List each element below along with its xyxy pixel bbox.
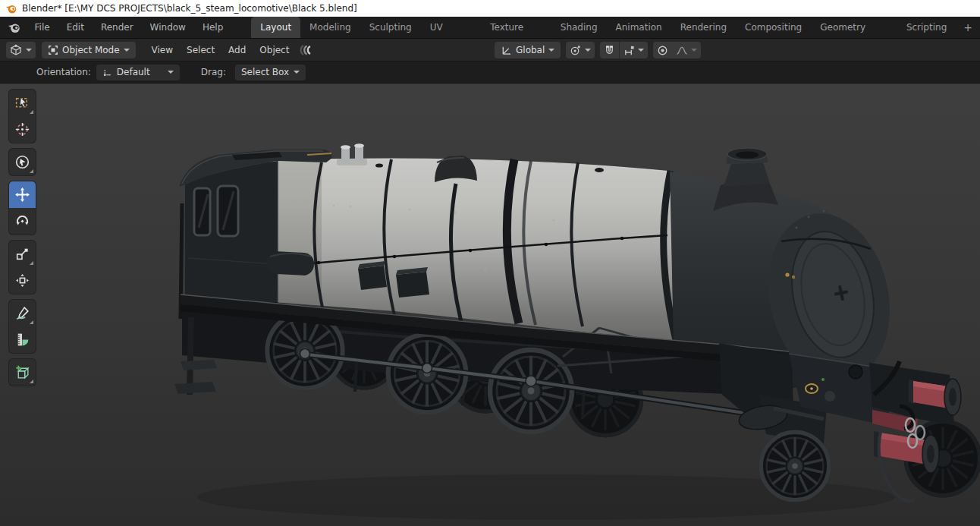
tab-sculpting[interactable]: Sculpting [360, 17, 421, 38]
proportional-falloff-dropdown[interactable] [672, 42, 701, 58]
transform-orientation-dropdown[interactable]: Global [495, 42, 561, 58]
chevron-down-icon [26, 49, 32, 52]
transform-icon [14, 272, 30, 288]
editor-3d-viewport-icon [10, 44, 22, 56]
window-titlebar: Blender* [E:\MY DCS PROJECTS\black_5_ste… [0, 0, 980, 17]
proportional-editing-toggle[interactable] [653, 42, 672, 58]
blender-logo-icon [5, 3, 17, 14]
select-box-icon [14, 95, 30, 111]
orientation-default-icon [102, 68, 112, 77]
tool-move[interactable] [9, 181, 36, 208]
menu-edit[interactable]: Edit [58, 17, 93, 38]
tool-select-circle[interactable] [9, 149, 36, 175]
tab-compositing[interactable]: Compositing [736, 17, 811, 38]
drag-label: Drag: [201, 67, 226, 77]
move-icon [14, 187, 30, 203]
chevron-down-icon [638, 49, 644, 52]
tab-geometry-nodes[interactable]: Geometry Nodes [811, 17, 897, 38]
object-mode-icon [48, 45, 58, 55]
chevron-down-icon [168, 71, 174, 74]
chevron-down-icon [124, 49, 130, 52]
pivot-point-icon [570, 45, 581, 56]
falloff-curve-icon [676, 45, 688, 56]
blender-app-icon[interactable] [8, 21, 20, 34]
select-circle-icon [14, 154, 30, 170]
magnet-icon [604, 45, 615, 56]
snap-increment-icon [623, 45, 635, 56]
tool-cursor[interactable] [9, 116, 36, 143]
topbar: File Edit Render Window Help Layout Mode… [0, 17, 980, 39]
menu-overflow-icon[interactable] [299, 44, 313, 56]
tab-rendering[interactable]: Rendering [671, 17, 736, 38]
transform-snap-controls: Global [495, 42, 701, 58]
tab-modeling[interactable]: Modeling [300, 17, 360, 38]
measure-ruler-icon [14, 332, 30, 348]
snapping-controls [600, 42, 648, 58]
menu-window[interactable]: Window [142, 17, 194, 38]
tab-uv-editing[interactable]: UV Editing [421, 17, 481, 38]
tool-add-cube[interactable] [9, 359, 36, 386]
add-workspace-button[interactable]: + [956, 17, 980, 38]
annotate-pen-icon [14, 305, 30, 321]
workspace-tabs: Layout Modeling Sculpting UV Editing Tex… [251, 17, 980, 38]
tab-shading[interactable]: Shading [551, 17, 607, 38]
snap-with-dropdown[interactable] [620, 42, 648, 58]
tool-scale[interactable] [9, 241, 36, 267]
orientation-axes-icon [501, 45, 512, 56]
snap-toggle-button[interactable] [600, 42, 619, 58]
bogie-wheel [759, 430, 831, 502]
menu-render[interactable]: Render [93, 17, 142, 38]
rotate-icon [14, 213, 30, 229]
viewport-scene-locomotive[interactable] [0, 83, 980, 526]
mode-selector-dropdown[interactable]: Object Mode [42, 42, 136, 58]
chevron-down-icon [691, 49, 697, 52]
tool-measure[interactable] [9, 326, 36, 353]
chevron-down-icon [585, 49, 591, 52]
chevron-down-icon [548, 49, 554, 52]
tool-transform[interactable] [9, 267, 36, 294]
menu-view[interactable]: View [145, 39, 180, 61]
orientation-value: Default [117, 67, 150, 77]
orientation-dropdown[interactable]: Default [96, 65, 180, 80]
pivot-point-dropdown[interactable] [566, 42, 595, 58]
menu-select[interactable]: Select [180, 39, 221, 61]
drag-mode-value: Select Box [241, 67, 289, 77]
scale-icon [14, 246, 30, 262]
menu-object[interactable]: Object [253, 39, 296, 61]
menu-help[interactable]: Help [194, 17, 231, 38]
chevron-down-icon [294, 71, 300, 74]
mode-selector-label: Object Mode [62, 45, 120, 55]
tab-texture-paint[interactable]: Texture Paint [481, 17, 551, 38]
menu-add[interactable]: Add [221, 39, 253, 61]
tool-settings-bar: Orientation: Default Drag: Select Box [0, 61, 980, 83]
viewport-header: Object Mode View Select Add Object Globa… [0, 39, 980, 61]
tool-select-box[interactable] [9, 90, 36, 116]
tab-layout[interactable]: Layout [251, 17, 300, 38]
editor-type-selector[interactable] [6, 42, 36, 58]
window-title: Blender* [E:\MY DCS PROJECTS\black_5_ste… [22, 3, 357, 14]
tab-animation[interactable]: Animation [607, 17, 671, 38]
tool-annotate[interactable] [9, 300, 36, 326]
cursor-3d-icon [14, 121, 30, 137]
proportional-editing-icon [657, 45, 668, 56]
driving-wheel-front [488, 348, 574, 434]
menu-file[interactable]: File [27, 17, 58, 38]
orientation-label: Orientation: [36, 67, 91, 77]
proportional-editing-controls [653, 42, 701, 58]
add-cube-icon [14, 364, 30, 380]
tool-rotate[interactable] [9, 208, 36, 235]
transform-orientation-label: Global [516, 45, 545, 55]
viewport-3d[interactable] [0, 83, 980, 526]
drag-mode-dropdown[interactable]: Select Box [235, 65, 306, 80]
viewport-toolbar [9, 90, 36, 386]
tab-scripting[interactable]: Scripting [897, 17, 956, 38]
